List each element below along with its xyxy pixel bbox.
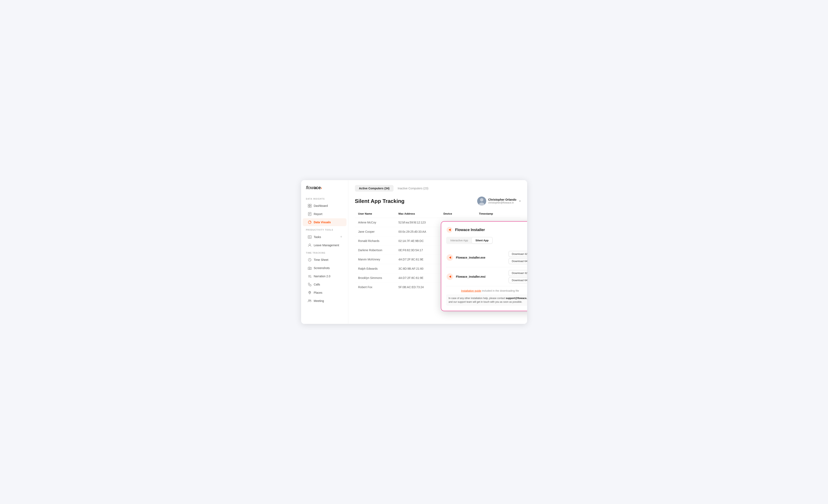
sidebar-item-data-visuals[interactable]: Data Visuals bbox=[303, 218, 346, 226]
camera-icon bbox=[308, 266, 312, 270]
grid-icon bbox=[308, 204, 312, 208]
user-dropdown-chevron[interactable]: ▾ bbox=[519, 200, 521, 202]
chart-icon bbox=[308, 220, 312, 224]
avatar bbox=[477, 196, 486, 205]
cell-mac: 52:bf:ea:59:fd:12:123 bbox=[395, 218, 440, 227]
logo: flowace› bbox=[306, 185, 322, 190]
sidebar-label-leave: Leave Management bbox=[314, 243, 339, 247]
download-64bit-exe-button[interactable]: Download 64 bit bbox=[509, 258, 527, 264]
sidebar-label-screenshots: Screenshots bbox=[314, 266, 330, 270]
cell-mac: 3C:8D:9B:AF:21:60 bbox=[395, 264, 440, 273]
download-64bit-msi-button[interactable]: Download 64 bit bbox=[509, 277, 527, 283]
download-btns-msi: Download 32 bit Download 64 bit bbox=[509, 270, 527, 283]
download-32bit-exe-button[interactable]: Download 32 bit bbox=[509, 251, 527, 257]
modal-title-row: Flowace Installer bbox=[446, 227, 485, 233]
svg-rect-1 bbox=[310, 204, 312, 205]
cell-user: Darlene Robertson bbox=[355, 246, 395, 255]
svg-rect-0 bbox=[308, 204, 309, 205]
installer-row-exe: Flowace_installer.exe Download 32 bit Do… bbox=[446, 248, 527, 267]
clock-icon bbox=[308, 258, 312, 262]
section-label-data-insights: DATA INSIGHTS bbox=[301, 198, 348, 202]
sidebar-label-meeting: Meeting bbox=[314, 299, 324, 303]
user-email: christopher@flowace.in bbox=[488, 201, 516, 204]
user-name: Christopher Orlando bbox=[488, 198, 516, 201]
modal-tabs: Interactive App Silent App bbox=[446, 237, 493, 244]
sidebar-item-narration[interactable]: Narration 2.0 bbox=[303, 272, 346, 280]
col-mac: Mac Address bbox=[395, 210, 440, 218]
logo-chevron: › bbox=[321, 186, 322, 190]
svg-point-15 bbox=[309, 268, 310, 269]
installer-icon-exe bbox=[446, 254, 454, 261]
sidebar-item-tasks[interactable]: Tasks + bbox=[303, 233, 346, 241]
download-btns-exe: Download 32 bit Download 64 bit bbox=[509, 251, 527, 264]
page-title: Silent App Tracking bbox=[355, 198, 405, 204]
main-content: Active Computers (34) Inactive Computers… bbox=[348, 180, 527, 324]
cell-mac: 5F:0B:AC:ED:73:24 bbox=[395, 283, 440, 292]
sidebar-label-time-sheet: Time Sheet bbox=[314, 258, 328, 262]
guide-row: Installation guide included in the downl… bbox=[446, 289, 527, 292]
leave-icon bbox=[308, 243, 312, 247]
sidebar-label-dashboard: Dashboard bbox=[314, 204, 328, 208]
cell-user: Ralph Edwards bbox=[355, 264, 395, 273]
section-label-time-tracking: TIME TRACKING bbox=[301, 252, 348, 256]
support-prefix: In case of any other installation help, … bbox=[449, 297, 506, 300]
narration-icon bbox=[308, 274, 312, 278]
svg-point-13 bbox=[309, 244, 310, 245]
user-area: Christopher Orlando christopher@flowace.… bbox=[477, 196, 521, 205]
svg-point-24 bbox=[480, 198, 483, 201]
svg-rect-2 bbox=[308, 206, 309, 208]
modal-tab-silent[interactable]: Silent App bbox=[472, 237, 492, 243]
report-icon bbox=[308, 212, 312, 216]
sidebar-item-dashboard[interactable]: Dashboard bbox=[303, 202, 346, 210]
installer-info-exe: Flowace_installer.exe bbox=[446, 254, 486, 261]
sidebar-label-places: Places bbox=[314, 291, 323, 294]
download-32bit-msi-button[interactable]: Download 32 bit bbox=[509, 270, 527, 276]
sidebar-label-data-visuals: Data Visuals bbox=[314, 221, 331, 224]
cell-mac: 00:0c:29:25:d0:33:AA bbox=[395, 227, 440, 236]
logo-area: flowace› bbox=[301, 185, 348, 196]
sidebar-item-screenshots[interactable]: Screenshots bbox=[303, 264, 346, 272]
tabs-bar: Active Computers (34) Inactive Computers… bbox=[355, 185, 521, 192]
svg-point-19 bbox=[310, 277, 312, 277]
guide-text: included in the downloading file bbox=[482, 289, 519, 292]
sidebar-item-time-sheet[interactable]: Time Sheet bbox=[303, 256, 346, 264]
installer-icon-msi bbox=[446, 273, 454, 280]
sidebar-item-report[interactable]: Report bbox=[303, 210, 346, 218]
section-label-productivity: PRODUCTIVITY TOOLS bbox=[301, 229, 348, 233]
cell-user: Jane Cooper bbox=[355, 227, 395, 236]
installer-row-msi: Flowace_installer.msi Download 32 bit Do… bbox=[446, 267, 527, 286]
tab-active-computers[interactable]: Active Computers (34) bbox=[355, 185, 394, 192]
cell-user: Ronald Richards bbox=[355, 236, 395, 246]
modal-tab-interactive[interactable]: Interactive App bbox=[447, 237, 472, 243]
col-timestamp: Timestamp bbox=[476, 210, 521, 218]
svg-rect-3 bbox=[310, 206, 312, 208]
cell-mac: 4A:D7:2F:8C:61:9E bbox=[395, 273, 440, 283]
sidebar-item-places[interactable]: Places bbox=[303, 289, 346, 296]
tab-inactive-computers[interactable]: Inactive Computers (23) bbox=[394, 185, 432, 192]
installation-guide-link[interactable]: Installation guide bbox=[461, 289, 481, 292]
sidebar-item-leave-management[interactable]: Leave Management bbox=[303, 241, 346, 249]
sidebar-label-calls: Calls bbox=[314, 283, 320, 286]
svg-point-20 bbox=[309, 292, 310, 293]
sidebar-item-calls[interactable]: Calls bbox=[303, 281, 346, 288]
sidebar-label-tasks: Tasks bbox=[314, 235, 321, 239]
places-icon bbox=[308, 290, 312, 295]
tasks-add-button[interactable]: + bbox=[340, 235, 342, 239]
installer-name-exe: Flowace_installer.exe bbox=[456, 256, 486, 259]
sidebar: flowace› DATA INSIGHTS Dashboard bbox=[301, 180, 348, 324]
installer-name-msi: Flowace_installer.msi bbox=[456, 275, 486, 278]
support-email: support@flowace.ai bbox=[506, 297, 527, 300]
cell-user: Marvin McKinney bbox=[355, 255, 395, 264]
svg-point-22 bbox=[310, 300, 311, 301]
sidebar-label-report: Report bbox=[314, 212, 323, 216]
meeting-icon bbox=[308, 299, 312, 303]
col-device: Device bbox=[440, 210, 476, 218]
tasks-icon bbox=[308, 235, 312, 239]
phone-icon bbox=[308, 282, 312, 286]
sidebar-item-meeting[interactable]: Meeting bbox=[303, 297, 346, 305]
installer-info-msi: Flowace_installer.msi bbox=[446, 273, 486, 280]
sidebar-label-narration: Narration 2.0 bbox=[314, 275, 330, 278]
cell-user: Robert Fox bbox=[355, 283, 395, 292]
user-info: Christopher Orlando christopher@flowace.… bbox=[488, 198, 516, 204]
flowace-logo-modal bbox=[446, 227, 453, 233]
